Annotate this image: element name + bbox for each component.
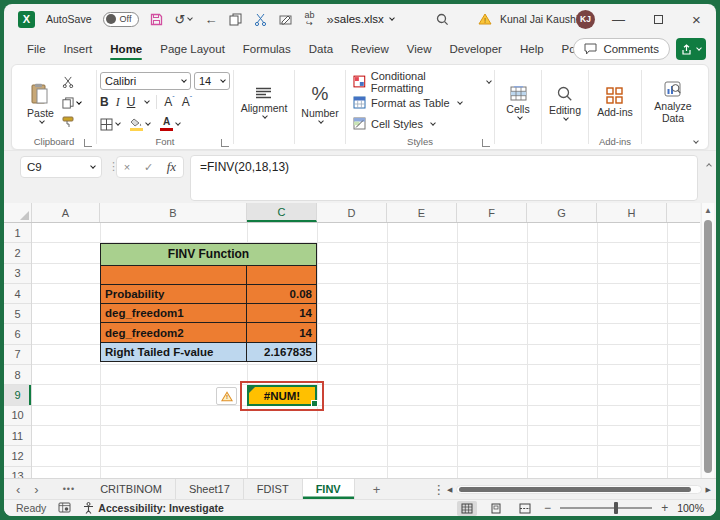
column-header-e[interactable]: E (387, 203, 457, 222)
insert-function-icon[interactable]: fx (167, 159, 176, 175)
cells-button[interactable]: Cells (506, 70, 529, 135)
add-sheet-button[interactable]: + (355, 479, 399, 499)
row-header-11[interactable]: 11 (4, 426, 31, 446)
autosave-toggle[interactable]: Off (103, 12, 139, 27)
zoom-out-button[interactable]: − (544, 501, 551, 515)
styles-launcher-icon[interactable] (482, 139, 490, 147)
view-page-layout-button[interactable] (486, 501, 506, 516)
analyze-data-button[interactable]: Analyze Data (645, 70, 701, 135)
borders-button[interactable] (100, 118, 120, 131)
alignment-button[interactable]: Alignment (241, 70, 288, 135)
sheet-nav-left-icon[interactable]: ‹ (4, 479, 32, 499)
tab-file[interactable]: File (18, 34, 55, 64)
view-normal-button[interactable] (457, 501, 477, 516)
cut-icon[interactable] (254, 13, 267, 26)
table-label-cell[interactable]: Probability (101, 285, 247, 303)
format-painter-button[interactable] (62, 114, 81, 132)
column-header-a[interactable]: A (32, 203, 100, 222)
table-row[interactable]: deg_freedom2 14 (101, 322, 316, 341)
zoom-level[interactable]: 100% (677, 502, 704, 514)
vertical-scrollbar-thumb[interactable] (704, 220, 712, 473)
sheet-tab-critbinom[interactable]: CRITBINOM (87, 479, 176, 499)
error-options-button[interactable]: ! (216, 387, 237, 405)
column-header-b[interactable]: B (100, 203, 247, 222)
table-label-cell[interactable]: deg_freedom2 (101, 323, 247, 341)
select-all-corner[interactable] (4, 203, 32, 222)
search-icon[interactable] (436, 13, 449, 26)
zoom-slider[interactable] (560, 507, 652, 509)
addins-button[interactable]: Add-ins (597, 70, 633, 135)
sheet-tab-sheet17[interactable]: Sheet17 (176, 479, 244, 499)
row-header-2[interactable]: 2 (4, 243, 31, 263)
row-header-9[interactable]: 9 (4, 385, 31, 405)
copy-icon[interactable] (229, 13, 242, 26)
tab-help[interactable]: Help (511, 34, 553, 64)
font-color-button[interactable]: A (160, 117, 180, 131)
row-header-10[interactable]: 10 (4, 406, 31, 426)
clipboard-launcher-icon[interactable] (84, 139, 92, 147)
scroll-up-icon[interactable]: ▲ (702, 203, 714, 215)
horizontal-scrollbar[interactable]: ◀ ▶ (447, 483, 711, 496)
row-header-12[interactable]: 12 (4, 446, 31, 466)
row-header-6[interactable]: 6 (4, 324, 31, 344)
alert-warning-icon[interactable]: ! (478, 13, 492, 25)
save-icon[interactable] (150, 13, 163, 26)
row-header-1[interactable]: 1 (4, 223, 31, 243)
cells-area[interactable]: FINV Function Probability 0.08 deg_freed… (32, 223, 700, 478)
sheet-tab-finv[interactable]: FINV (303, 479, 355, 499)
scroll-left-icon[interactable]: ◀ (447, 486, 452, 493)
increase-font-button[interactable]: Aˆ (164, 95, 174, 109)
zoom-in-button[interactable]: + (661, 501, 668, 515)
tab-formulas[interactable]: Formulas (234, 34, 300, 64)
underline-button[interactable]: U (127, 95, 136, 109)
table-value-cell[interactable]: 14 (247, 304, 316, 322)
scroll-right-icon[interactable]: ▶ (706, 486, 711, 493)
font-size-select[interactable]: 14 (194, 72, 230, 90)
table-label-cell[interactable]: Right Tailed F-value (101, 343, 247, 361)
table-value-cell[interactable]: 14 (247, 323, 316, 341)
sheet-nav-right-icon[interactable]: › (32, 479, 50, 499)
vertical-scrollbar[interactable]: ▲ (701, 203, 714, 478)
user-name[interactable]: Kunal Jai Kaushik (500, 13, 583, 25)
number-button[interactable]: % Number (301, 70, 338, 135)
table-row[interactable]: Probability 0.08 (101, 284, 316, 303)
tab-home[interactable]: Home (101, 34, 151, 64)
conditional-formatting-button[interactable]: Conditional Formatting (349, 73, 491, 91)
sheet-tab-fdist[interactable]: FDIST (244, 479, 303, 499)
accessibility-status[interactable]: Accessibility: Investigate (83, 502, 223, 514)
view-page-break-button[interactable] (515, 501, 535, 516)
tab-developer[interactable]: Developer (441, 34, 511, 64)
sheet-list-icon[interactable]: ••• (51, 479, 87, 499)
tab-view[interactable]: View (398, 34, 441, 64)
cut-button[interactable] (62, 74, 81, 92)
expand-formula-bar-icon[interactable] (706, 163, 712, 169)
close-button[interactable]: × (692, 11, 706, 28)
back-arrow-icon[interactable]: ← (204, 13, 217, 26)
share-button[interactable] (676, 38, 706, 60)
format-as-table-button[interactable]: Format as Table (349, 94, 491, 112)
table-title[interactable]: FINV Function (101, 244, 316, 264)
column-header-c[interactable]: C (247, 203, 317, 222)
column-header-h[interactable]: H (597, 203, 667, 222)
editing-button[interactable]: Editing (549, 70, 581, 135)
row-header-8[interactable]: 8 (4, 365, 31, 385)
fill-color-button[interactable] (130, 118, 150, 131)
table-label-cell[interactable]: deg_freedom1 (101, 304, 247, 322)
undo-chevron-icon[interactable] (188, 15, 194, 21)
macro-record-icon[interactable] (58, 502, 71, 515)
tab-data[interactable]: Data (300, 34, 342, 64)
file-title[interactable]: sales.xlsx (334, 13, 394, 25)
row-header-3[interactable]: 3 (4, 264, 31, 284)
row-header-13[interactable]: 13 (4, 467, 31, 478)
cancel-icon[interactable]: × (124, 161, 130, 173)
paste-button[interactable]: Paste (27, 83, 54, 123)
comments-button[interactable]: Comments (573, 38, 670, 60)
column-header-f[interactable]: F (457, 203, 527, 222)
zoom-slider-handle[interactable] (614, 502, 618, 514)
redo-typing-icon[interactable]: ab↪ (304, 11, 314, 28)
font-name-select[interactable]: Calibri (100, 72, 191, 90)
table-row[interactable]: Right Tailed F-value 2.167835 (101, 342, 316, 361)
table-value-cell[interactable]: 2.167835 (247, 343, 316, 361)
undo-icon[interactable]: ↺ (175, 13, 193, 26)
qat-overflow-icon[interactable]: » (326, 13, 333, 26)
